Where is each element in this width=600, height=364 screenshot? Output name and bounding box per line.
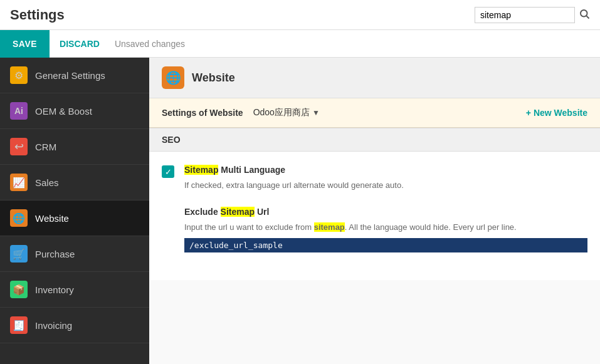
website-dropdown[interactable]: Odoo应用商店 ▼ [253,107,320,118]
sitemap-highlight2: Sitemap [221,207,255,217]
sidebar-item-purchase[interactable]: 🛒 Purchase [0,236,149,272]
discard-button[interactable]: DISCARD [50,30,110,58]
sitemap-desc-highlight: sitemap [314,222,345,232]
sitemap-multilang-text: Sitemap Multi Language If checked, extra… [184,164,587,191]
sitemap-multilang-title-rest: Multi Language [218,165,285,175]
sidebar-item-label: Website [35,213,69,224]
sitemap-multilang-title: Sitemap Multi Language [184,164,587,177]
sidebar-item-label: Inventory [35,284,74,295]
svg-point-0 [581,10,587,17]
new-website-button[interactable]: + New Website [526,108,587,118]
sidebar-item-label: Purchase [35,249,75,259]
website-dropdown-value: Odoo应用商店 [253,107,310,118]
exclude-sitemap-checkbox-col [162,206,174,252]
sitemap-multilang-checkbox-col: ✓ [162,164,174,191]
sidebar-item-inventory[interactable]: 📦 Inventory [0,272,149,308]
sidebar-item-website[interactable]: 🌐 Website [0,200,149,236]
top-bar: Settings [0,0,600,30]
exclude-sitemap-text: Exclude Sitemap Url Input the url u want… [184,206,587,252]
main-layout: ⚙ General Settings Ai OEM & Boost ↩ CRM … [0,58,600,364]
exclude-url-sample[interactable]: /exclude_url_sample [184,238,587,252]
sidebar-item-crm[interactable]: ↩ CRM [0,129,149,165]
exclude-sitemap-checkbox-empty [162,207,174,220]
content-area: 🌐 Website Settings of Website Odoo应用商店 ▼… [149,58,600,364]
search-input[interactable] [475,7,575,23]
sitemap-multilang-row: ✓ Sitemap Multi Language If checked, ext… [162,164,587,191]
inventory-icon: 📦 [10,281,28,298]
sidebar-item-oem-boost[interactable]: Ai OEM & Boost [0,93,149,129]
sidebar-item-sales[interactable]: 📈 Sales [0,165,149,200]
exclude-title-suffix: Url [255,207,269,217]
chevron-down-icon: ▼ [312,108,320,117]
sidebar-item-label: Sales [35,177,59,188]
settings-of-website-label: Settings of Website [162,108,243,118]
seo-label: SEO [162,135,181,145]
sidebar: ⚙ General Settings Ai OEM & Boost ↩ CRM … [0,58,149,364]
sidebar-item-label: OEM & Boost [35,106,92,117]
sitemap-multilang-checkbox[interactable]: ✓ [162,165,174,178]
sidebar-item-general-settings[interactable]: ⚙ General Settings [0,58,149,93]
content-header: 🌐 Website [149,58,600,98]
sidebar-item-label: General Settings [35,70,105,81]
purchase-icon: 🛒 [10,245,28,263]
exclude-sitemap-title: Exclude Sitemap Url [184,206,587,219]
exclude-sitemap-desc: Input the url u want to exclude from sit… [184,221,587,234]
unsaved-label: Unsaved changes [110,39,185,49]
sidebar-item-label: CRM [35,142,56,152]
search-icon-button[interactable] [579,8,590,22]
website-icon: 🌐 [10,209,28,227]
sidebar-item-label: Invoicing [35,320,72,331]
crm-icon: ↩ [10,138,28,155]
website-section-icon: 🌐 [162,66,184,89]
sidebar-item-invoicing[interactable]: 🧾 Invoicing [0,308,149,343]
sales-icon: 📈 [10,174,28,191]
action-bar: SAVE DISCARD Unsaved changes [0,30,600,58]
oem-boost-icon: Ai [10,102,28,120]
content-header-title: Website [192,71,235,85]
sitemap-highlight: Sitemap [184,165,218,175]
search-icon [579,8,590,19]
exclude-sitemap-row: Exclude Sitemap Url Input the url u want… [162,206,587,252]
sitemap-multilang-desc: If checked, extra language url alternate… [184,179,587,192]
search-box [475,7,590,23]
page-title: Settings [10,7,65,23]
seo-section-header: SEO [149,128,600,152]
save-button[interactable]: SAVE [0,30,50,58]
general-settings-icon: ⚙ [10,66,28,84]
exclude-title-prefix: Exclude [184,207,221,217]
settings-content: ✓ Sitemap Multi Language If checked, ext… [149,152,600,280]
svg-line-1 [586,16,589,18]
settings-of-website-row: Settings of Website Odoo应用商店 ▼ + New Web… [149,98,600,128]
invoicing-icon: 🧾 [10,316,28,334]
